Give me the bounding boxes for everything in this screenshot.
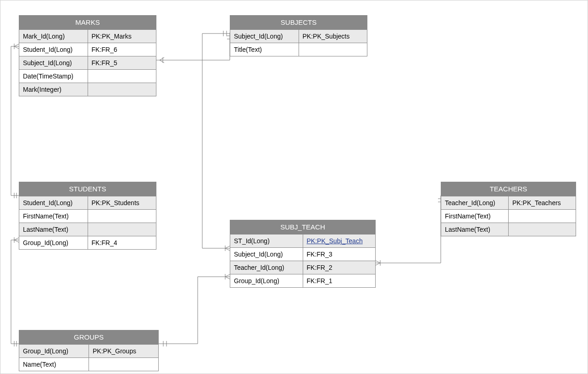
col-key: FK:FR_1 — [303, 274, 376, 287]
entity-title: SUBJ_TEACH — [230, 220, 375, 234]
entity-row[interactable]: FirstName(Text) — [19, 209, 156, 223]
svg-line-1 — [160, 57, 164, 60]
col-key — [88, 70, 156, 83]
entity-subj-teach[interactable]: SUBJ_TEACH ST_Id(Long) PK:PK_Subj_Teach … — [230, 220, 376, 288]
svg-line-26 — [376, 261, 380, 263]
col-name: Teacher_Id(Long) — [441, 196, 509, 209]
col-name: FirstName(Text) — [19, 210, 88, 223]
svg-line-19 — [225, 277, 230, 279]
col-name: Teacher_Id(Long) — [230, 261, 303, 274]
svg-line-6 — [14, 44, 19, 46]
entity-row[interactable]: Group_Id(Long) FK:FR_1 — [230, 274, 375, 287]
entity-title: GROUPS — [19, 330, 158, 344]
erd-canvas: MARKS Mark_Id(Long) PK:PK_Marks Student_… — [0, 0, 588, 374]
col-name: Group_Id(Long) — [19, 345, 89, 357]
col-key — [299, 43, 367, 56]
col-name: Group_Id(Long) — [230, 274, 303, 287]
entity-row[interactable]: Subject_Id(Long) FK:FR_5 — [19, 56, 156, 69]
svg-line-23 — [225, 246, 230, 248]
svg-line-11 — [14, 238, 19, 240]
col-key: FK:FR_3 — [303, 248, 376, 261]
entity-row[interactable]: Mark(Integer) — [19, 83, 156, 96]
entity-row[interactable]: Title(Text) — [230, 43, 367, 56]
col-name: ST_Id(Long) — [230, 234, 303, 247]
col-key[interactable]: PK:PK_Subj_Teach — [303, 234, 376, 247]
col-name: Name(Text) — [19, 358, 89, 371]
entity-row[interactable]: FirstName(Text) — [441, 209, 576, 223]
entity-row[interactable]: Date(TimeStamp) — [19, 69, 156, 83]
entity-row[interactable]: Subject_Id(Long) PK:PK_Subjects — [230, 29, 367, 43]
col-name: LastName(Text) — [19, 223, 88, 236]
col-key: FK:FR_4 — [88, 236, 156, 249]
svg-line-12 — [14, 240, 19, 242]
col-key — [88, 210, 156, 223]
svg-line-7 — [14, 46, 19, 49]
col-name: Student_Id(Long) — [19, 196, 88, 209]
entity-row[interactable]: Student_Id(Long) FK:FR_6 — [19, 43, 156, 56]
col-key: PK:PK_Students — [88, 196, 156, 209]
entity-row[interactable]: Group_Id(Long) FK:FR_4 — [19, 236, 156, 249]
entity-title: MARKS — [19, 16, 156, 29]
entity-row[interactable]: Teacher_Id(Long) PK:PK_Teachers — [441, 196, 576, 209]
col-key: PK:PK_Groups — [89, 345, 158, 357]
entity-groups[interactable]: GROUPS Group_Id(Long) PK:PK_Groups Name(… — [19, 330, 159, 371]
entity-row[interactable]: LastName(Text) — [19, 223, 156, 236]
svg-line-2 — [160, 60, 164, 63]
col-name: Student_Id(Long) — [19, 43, 88, 56]
entity-row[interactable]: Teacher_Id(Long) FK:FR_2 — [230, 261, 375, 274]
col-name: Mark_Id(Long) — [19, 30, 88, 43]
entity-teachers[interactable]: TEACHERS Teacher_Id(Long) PK:PK_Teachers… — [441, 182, 576, 236]
col-name: Subject_Id(Long) — [19, 56, 88, 69]
col-key: PK:PK_Marks — [88, 30, 156, 43]
col-key — [509, 210, 576, 223]
entity-row[interactable]: Mark_Id(Long) PK:PK_Marks — [19, 29, 156, 43]
col-name: LastName(Text) — [441, 223, 509, 236]
col-key: FK:FR_6 — [88, 43, 156, 56]
entity-row[interactable]: ST_Id(Long) PK:PK_Subj_Teach — [230, 234, 375, 247]
col-key: FK:FR_2 — [303, 261, 376, 274]
entity-title: SUBJECTS — [230, 16, 367, 29]
svg-line-18 — [225, 274, 230, 277]
col-name: FirstName(Text) — [441, 210, 509, 223]
col-key — [89, 358, 158, 371]
col-name: Date(TimeStamp) — [19, 70, 88, 83]
entity-title: STUDENTS — [19, 182, 156, 196]
col-name: Subject_Id(Long) — [230, 248, 303, 261]
entity-row[interactable]: Group_Id(Long) PK:PK_Groups — [19, 344, 158, 357]
col-name: Mark(Integer) — [19, 83, 88, 96]
entity-row[interactable]: Name(Text) — [19, 357, 158, 371]
entity-marks[interactable]: MARKS Mark_Id(Long) PK:PK_Marks Student_… — [19, 15, 156, 96]
col-name: Subject_Id(Long) — [230, 30, 299, 43]
entity-row[interactable]: Student_Id(Long) PK:PK_Students — [19, 196, 156, 209]
entity-students[interactable]: STUDENTS Student_Id(Long) PK:PK_Students… — [19, 182, 156, 250]
svg-line-24 — [225, 248, 230, 251]
col-name: Title(Text) — [230, 43, 299, 56]
col-key: PK:PK_Subjects — [299, 30, 367, 43]
col-key: PK:PK_Teachers — [509, 196, 576, 209]
col-key — [509, 223, 576, 236]
entity-row[interactable]: LastName(Text) — [441, 223, 576, 236]
entity-row[interactable]: Subject_Id(Long) FK:FR_3 — [230, 247, 375, 261]
col-key — [88, 83, 156, 96]
entity-subjects[interactable]: SUBJECTS Subject_Id(Long) PK:PK_Subjects… — [230, 15, 367, 56]
col-key — [88, 223, 156, 236]
svg-line-27 — [376, 263, 380, 265]
col-key: FK:FR_5 — [88, 56, 156, 69]
entity-title: TEACHERS — [441, 182, 576, 196]
col-name: Group_Id(Long) — [19, 236, 88, 249]
